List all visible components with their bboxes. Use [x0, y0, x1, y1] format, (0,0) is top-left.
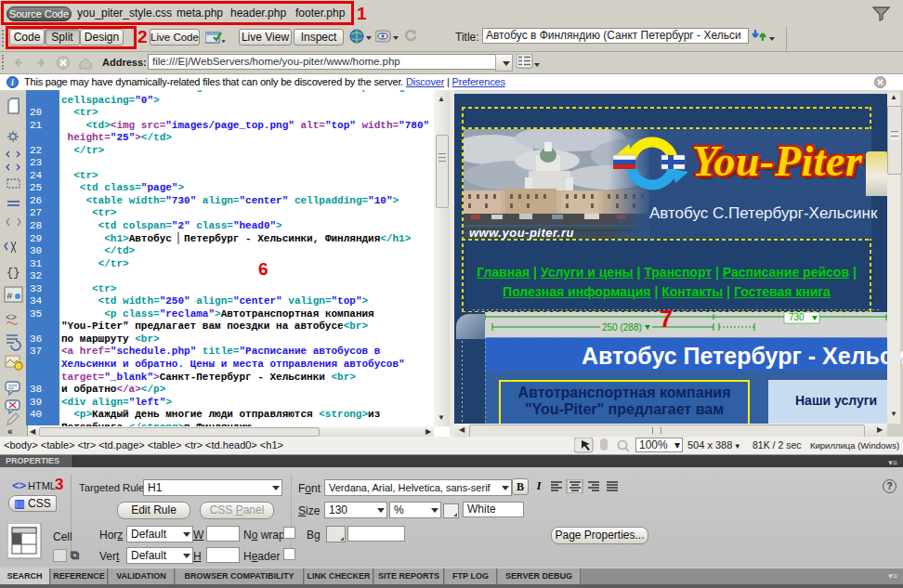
svg-text:i: i: [11, 77, 14, 87]
svg-text:#: #: [7, 291, 13, 302]
svg-text:250 (288): 250 (288): [602, 322, 642, 333]
svg-text:730: 730: [789, 312, 805, 322]
svg-text:{}: {}: [7, 267, 20, 280]
svg-text:«: «: [7, 426, 13, 437]
svg-text:<>: <>: [6, 313, 17, 323]
